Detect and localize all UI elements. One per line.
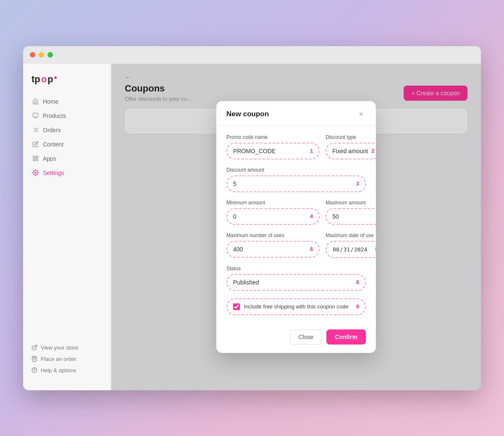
content-icon <box>32 141 39 147</box>
place-order-label: Place an order <box>41 356 76 362</box>
modal-body: Promo code name 1 Discount type <box>216 126 376 324</box>
discount-type-field: Fixed amount Percentage 2 <box>326 143 376 159</box>
sidebar-item-home-label: Home <box>43 98 58 105</box>
discount-amount-label: Discount amount <box>226 167 366 173</box>
orders-icon <box>32 127 39 133</box>
external-link-icon <box>32 345 37 350</box>
help-icon <box>32 367 37 373</box>
status-group: Status Published Draft Disabled 8 <box>226 266 366 291</box>
sidebar-nav: Home Products Orders Content <box>23 95 111 338</box>
apps-icon <box>32 155 39 162</box>
max-date-field: 7 <box>326 241 376 258</box>
traffic-light-yellow[interactable] <box>39 52 44 57</box>
content-area: ← Coupons Offer discounts to your cu... … <box>111 64 481 390</box>
place-order-item[interactable]: Place an order <box>32 356 102 362</box>
status-number: 8 <box>356 279 359 285</box>
promo-code-group: Promo code name 1 <box>226 134 320 159</box>
svg-rect-12 <box>33 159 35 161</box>
confirm-button[interactable]: Confirm <box>326 329 366 345</box>
promo-code-input[interactable] <box>233 148 307 154</box>
sidebar-item-orders-label: Orders <box>43 127 61 133</box>
modal-close-button[interactable]: × <box>356 110 366 119</box>
discount-type-group: Discount type Fixed amount Percentage 2 <box>326 134 376 159</box>
sidebar-footer: View your store Place an order Help & op… <box>23 338 111 380</box>
max-date-input[interactable] <box>332 246 376 253</box>
promo-code-number: 1 <box>310 148 313 154</box>
traffic-light-green[interactable] <box>47 52 53 57</box>
close-button[interactable]: Close <box>290 329 323 345</box>
max-amount-field: 5 <box>326 208 376 225</box>
settings-icon <box>32 170 39 176</box>
svg-rect-11 <box>36 159 38 161</box>
sidebar-item-orders[interactable]: Orders <box>27 123 107 137</box>
status-select[interactable]: Published Draft Disabled <box>233 279 353 286</box>
free-shipping-checkbox[interactable] <box>233 303 240 310</box>
sidebar-item-content-label: Content <box>43 141 63 148</box>
discount-amount-number: 3 <box>356 180 359 187</box>
svg-rect-10 <box>36 156 38 158</box>
free-shipping-label: Include free shipping with this coupon c… <box>244 303 352 310</box>
svg-line-14 <box>34 345 37 348</box>
status-field: Published Draft Disabled 8 <box>226 274 366 291</box>
min-amount-label: Minimum amount <box>226 200 320 206</box>
new-coupon-modal: New coupon × Promo code name 1 <box>216 101 376 353</box>
discount-type-select[interactable]: Fixed amount Percentage <box>332 148 368 154</box>
form-row-3: Minimum amount 4 Maximum amount <box>226 200 366 225</box>
min-amount-input[interactable] <box>233 213 307 220</box>
sidebar-item-apps[interactable]: Apps <box>27 152 107 165</box>
home-icon <box>32 98 39 104</box>
max-uses-label: Maximum number of uses <box>226 232 320 238</box>
max-uses-group: Maximum number of uses 6 <box>226 232 320 258</box>
promo-code-label: Promo code name <box>226 134 320 140</box>
help-label: Help & options <box>41 367 76 373</box>
max-amount-input[interactable] <box>332 213 376 220</box>
min-amount-number: 4 <box>310 213 313 219</box>
view-store-label: View your store <box>41 345 78 351</box>
max-amount-label: Maximum amount <box>326 200 376 206</box>
sidebar-item-products[interactable]: Products <box>27 109 107 123</box>
svg-rect-9 <box>33 156 35 158</box>
min-amount-field: 4 <box>226 208 320 225</box>
browser-window: tpop Home Products Orders <box>23 46 481 390</box>
free-shipping-number: 9 <box>356 303 359 310</box>
form-row-1: Promo code name 1 Discount type <box>226 134 366 159</box>
shopping-bag-icon <box>32 356 37 362</box>
svg-point-13 <box>35 172 37 174</box>
help-item[interactable]: Help & options <box>32 367 102 373</box>
sidebar-item-products-label: Products <box>43 112 66 119</box>
form-row-4: Maximum number of uses 6 Maximum date of… <box>226 232 366 258</box>
max-uses-number: 6 <box>310 246 313 252</box>
main-area: tpop Home Products Orders <box>23 64 481 390</box>
discount-type-number: 2 <box>371 148 374 154</box>
modal-overlay: New coupon × Promo code name 1 <box>111 64 481 390</box>
title-bar <box>23 46 481 64</box>
sidebar-item-content[interactable]: Content <box>27 138 107 151</box>
modal-header: New coupon × <box>216 101 376 126</box>
status-label: Status <box>226 266 366 272</box>
app-logo: tpop <box>23 74 111 95</box>
discount-amount-field: 3 <box>226 175 366 192</box>
traffic-light-red[interactable] <box>30 52 35 57</box>
discount-amount-group: Discount amount 3 <box>226 167 366 192</box>
modal-title: New coupon <box>226 110 269 118</box>
max-date-group: Maximum date of use 7 <box>326 232 376 258</box>
min-amount-group: Minimum amount 4 <box>226 200 320 225</box>
traffic-lights <box>30 52 53 57</box>
sidebar-item-apps-label: Apps <box>43 155 56 162</box>
sidebar-item-settings-label: Settings <box>43 170 64 176</box>
max-amount-group: Maximum amount 5 <box>326 200 376 225</box>
sidebar-item-settings[interactable]: Settings <box>27 166 107 180</box>
discount-amount-input[interactable] <box>233 180 353 187</box>
max-date-label: Maximum date of use <box>326 232 376 238</box>
products-icon <box>32 112 39 119</box>
svg-rect-0 <box>33 113 38 117</box>
max-uses-input[interactable] <box>233 246 307 253</box>
discount-type-label: Discount type <box>326 134 376 140</box>
promo-code-field: 1 <box>226 143 320 159</box>
sidebar: tpop Home Products Orders <box>23 64 111 390</box>
modal-footer: Close Confirm <box>216 324 376 353</box>
sidebar-item-home[interactable]: Home <box>27 95 107 108</box>
free-shipping-row: Include free shipping with this coupon c… <box>226 298 366 315</box>
view-store-item[interactable]: View your store <box>32 345 102 351</box>
max-uses-field: 6 <box>226 241 320 258</box>
